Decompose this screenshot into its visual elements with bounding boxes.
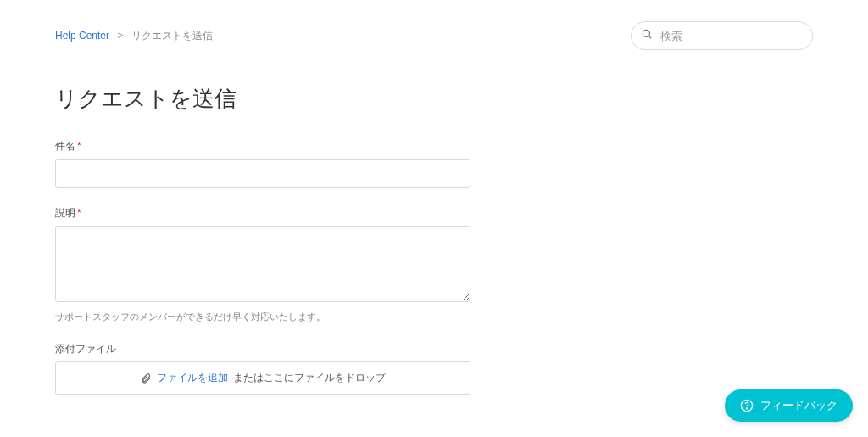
attachment-add-link[interactable]: ファイルを追加: [157, 371, 228, 385]
paperclip-icon: [140, 373, 152, 384]
description-textarea[interactable]: [55, 226, 470, 302]
subject-label: 件名*: [55, 139, 470, 154]
attachment-dropzone[interactable]: ファイルを追加 またはここにファイルをドロップ: [55, 361, 470, 395]
help-icon: [740, 399, 754, 412]
feedback-label: フィードバック: [760, 398, 837, 413]
attachment-suffix-text: またはここにファイルをドロップ: [233, 371, 386, 385]
description-label: 説明*: [55, 206, 470, 221]
breadcrumb-home-link[interactable]: Help Center: [55, 30, 109, 42]
svg-point-3: [746, 408, 747, 409]
feedback-button[interactable]: フィードバック: [725, 389, 853, 422]
breadcrumb-separator: >: [117, 30, 123, 42]
search-icon: [641, 28, 653, 43]
svg-line-1: [649, 36, 652, 39]
subject-input[interactable]: [55, 159, 470, 188]
required-mark: *: [77, 140, 81, 152]
required-mark: *: [77, 207, 81, 219]
breadcrumb-current: リクエストを送信: [131, 30, 213, 42]
description-hint: サポートスタッフのメンバーができるだけ早く対応いたします。: [55, 311, 470, 323]
page-title: リクエストを送信: [55, 84, 813, 114]
breadcrumb: Help Center > リクエストを送信: [55, 29, 213, 43]
search-box: [631, 21, 813, 50]
description-label-text: 説明: [55, 207, 75, 219]
svg-point-0: [643, 30, 649, 36]
subject-label-text: 件名: [55, 140, 75, 152]
search-input[interactable]: [631, 21, 813, 50]
attachment-label: 添付ファイル: [55, 342, 470, 356]
